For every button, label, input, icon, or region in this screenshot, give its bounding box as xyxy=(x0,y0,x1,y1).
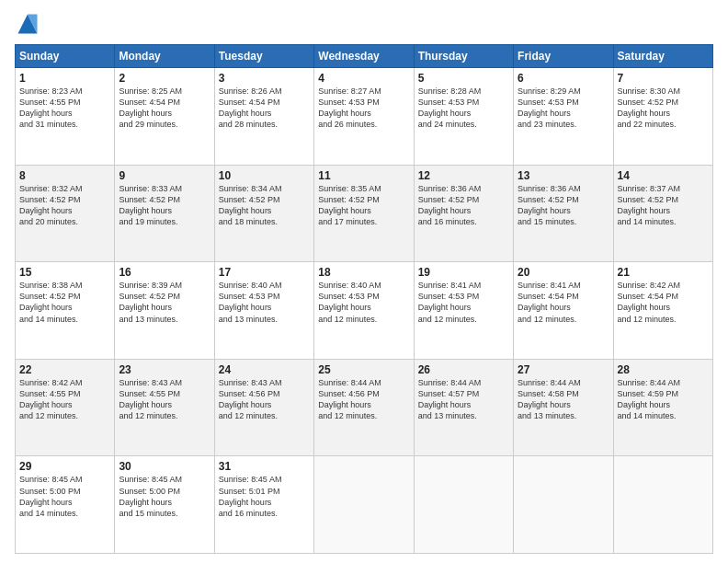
week-row-1: 1Sunrise: 8:23 AMSunset: 4:55 PMDaylight… xyxy=(16,68,713,166)
day-cell: 3Sunrise: 8:26 AMSunset: 4:54 PMDaylight… xyxy=(214,68,313,166)
day-number: 19 xyxy=(418,266,509,279)
day-info: Sunrise: 8:45 AMSunset: 5:01 PMDaylight … xyxy=(219,475,282,517)
header xyxy=(15,11,713,37)
day-info: Sunrise: 8:43 AMSunset: 4:56 PMDaylight … xyxy=(219,378,282,420)
day-info: Sunrise: 8:36 AMSunset: 4:52 PMDaylight … xyxy=(518,184,581,226)
day-info: Sunrise: 8:28 AMSunset: 4:53 PMDaylight … xyxy=(418,86,482,129)
day-number: 13 xyxy=(518,169,609,182)
day-cell: 5Sunrise: 8:28 AMSunset: 4:53 PMDaylight… xyxy=(414,68,513,166)
logo xyxy=(15,11,44,37)
day-info: Sunrise: 8:44 AMSunset: 4:58 PMDaylight … xyxy=(518,378,581,420)
day-cell: 24Sunrise: 8:43 AMSunset: 4:56 PMDayligh… xyxy=(214,359,313,456)
day-number: 8 xyxy=(19,169,110,182)
day-cell: 2Sunrise: 8:25 AMSunset: 4:54 PMDaylight… xyxy=(115,68,214,166)
day-cell: 22Sunrise: 8:42 AMSunset: 4:55 PMDayligh… xyxy=(16,359,115,456)
day-number: 11 xyxy=(318,169,409,182)
day-info: Sunrise: 8:41 AMSunset: 4:54 PMDaylight … xyxy=(518,281,581,323)
day-info: Sunrise: 8:37 AMSunset: 4:52 PMDaylight … xyxy=(618,184,681,226)
day-info: Sunrise: 8:40 AMSunset: 4:53 PMDaylight … xyxy=(219,281,282,323)
day-info: Sunrise: 8:23 AMSunset: 4:55 PMDaylight … xyxy=(19,86,83,129)
day-number: 15 xyxy=(19,266,110,279)
day-number: 9 xyxy=(119,169,210,182)
day-number: 29 xyxy=(19,460,110,473)
day-cell: 9Sunrise: 8:33 AMSunset: 4:52 PMDaylight… xyxy=(115,165,214,262)
day-info: Sunrise: 8:26 AMSunset: 4:54 PMDaylight … xyxy=(219,86,282,129)
day-cell: 20Sunrise: 8:41 AMSunset: 4:54 PMDayligh… xyxy=(514,262,613,360)
day-cell: 6Sunrise: 8:29 AMSunset: 4:53 PMDaylight… xyxy=(514,68,613,166)
day-cell: 23Sunrise: 8:43 AMSunset: 4:55 PMDayligh… xyxy=(115,359,214,456)
day-cell: 16Sunrise: 8:39 AMSunset: 4:52 PMDayligh… xyxy=(115,262,214,360)
col-header-tuesday: Tuesday xyxy=(214,45,313,68)
day-info: Sunrise: 8:38 AMSunset: 4:52 PMDaylight … xyxy=(19,281,83,323)
day-cell: 15Sunrise: 8:38 AMSunset: 4:52 PMDayligh… xyxy=(16,262,115,360)
day-number: 6 xyxy=(518,72,609,85)
day-cell xyxy=(314,456,414,554)
day-cell: 14Sunrise: 8:37 AMSunset: 4:52 PMDayligh… xyxy=(613,165,712,262)
day-cell: 21Sunrise: 8:42 AMSunset: 4:54 PMDayligh… xyxy=(613,262,712,360)
week-row-5: 29Sunrise: 8:45 AMSunset: 5:00 PMDayligh… xyxy=(16,456,713,554)
day-number: 14 xyxy=(618,169,709,182)
day-info: Sunrise: 8:44 AMSunset: 4:57 PMDaylight … xyxy=(418,378,482,420)
day-info: Sunrise: 8:25 AMSunset: 4:54 PMDaylight … xyxy=(119,86,182,129)
day-cell: 8Sunrise: 8:32 AMSunset: 4:52 PMDaylight… xyxy=(16,165,115,262)
logo-icon xyxy=(15,11,40,37)
day-number: 25 xyxy=(318,363,409,376)
col-header-friday: Friday xyxy=(514,45,613,68)
day-info: Sunrise: 8:36 AMSunset: 4:52 PMDaylight … xyxy=(418,184,482,226)
day-cell: 18Sunrise: 8:40 AMSunset: 4:53 PMDayligh… xyxy=(314,262,414,360)
day-number: 24 xyxy=(219,363,310,376)
day-info: Sunrise: 8:44 AMSunset: 4:59 PMDaylight … xyxy=(618,378,681,420)
page: SundayMondayTuesdayWednesdayThursdayFrid… xyxy=(0,0,728,563)
day-cell xyxy=(514,456,613,554)
day-number: 7 xyxy=(618,72,709,85)
day-cell: 31Sunrise: 8:45 AMSunset: 5:01 PMDayligh… xyxy=(214,456,313,554)
day-info: Sunrise: 8:35 AMSunset: 4:52 PMDaylight … xyxy=(318,184,381,226)
day-number: 31 xyxy=(219,460,310,473)
day-cell: 29Sunrise: 8:45 AMSunset: 5:00 PMDayligh… xyxy=(16,456,115,554)
day-number: 5 xyxy=(418,72,509,85)
day-info: Sunrise: 8:45 AMSunset: 5:00 PMDaylight … xyxy=(19,475,83,517)
day-number: 4 xyxy=(318,72,409,85)
day-info: Sunrise: 8:42 AMSunset: 4:54 PMDaylight … xyxy=(618,281,681,323)
day-number: 23 xyxy=(119,363,210,376)
day-cell xyxy=(414,456,513,554)
day-number: 30 xyxy=(119,460,210,473)
day-info: Sunrise: 8:43 AMSunset: 4:55 PMDaylight … xyxy=(119,378,182,420)
day-info: Sunrise: 8:45 AMSunset: 5:00 PMDaylight … xyxy=(119,475,182,517)
day-cell: 7Sunrise: 8:30 AMSunset: 4:52 PMDaylight… xyxy=(613,68,712,166)
day-number: 1 xyxy=(19,72,110,85)
day-number: 2 xyxy=(119,72,210,85)
day-number: 27 xyxy=(518,363,609,376)
day-info: Sunrise: 8:34 AMSunset: 4:52 PMDaylight … xyxy=(219,184,282,226)
day-cell: 11Sunrise: 8:35 AMSunset: 4:52 PMDayligh… xyxy=(314,165,414,262)
day-number: 10 xyxy=(219,169,310,182)
day-info: Sunrise: 8:41 AMSunset: 4:53 PMDaylight … xyxy=(418,281,482,323)
col-header-saturday: Saturday xyxy=(613,45,712,68)
day-cell xyxy=(613,456,712,554)
day-cell: 26Sunrise: 8:44 AMSunset: 4:57 PMDayligh… xyxy=(414,359,513,456)
day-cell: 4Sunrise: 8:27 AMSunset: 4:53 PMDaylight… xyxy=(314,68,414,166)
day-number: 12 xyxy=(418,169,509,182)
col-header-thursday: Thursday xyxy=(414,45,513,68)
calendar-header-row: SundayMondayTuesdayWednesdayThursdayFrid… xyxy=(16,45,713,68)
col-header-sunday: Sunday xyxy=(16,45,115,68)
col-header-wednesday: Wednesday xyxy=(314,45,414,68)
day-number: 21 xyxy=(618,266,709,279)
week-row-2: 8Sunrise: 8:32 AMSunset: 4:52 PMDaylight… xyxy=(16,165,713,262)
day-number: 22 xyxy=(19,363,110,376)
day-number: 17 xyxy=(219,266,310,279)
day-number: 26 xyxy=(418,363,509,376)
day-info: Sunrise: 8:30 AMSunset: 4:52 PMDaylight … xyxy=(618,86,681,129)
calendar-table: SundayMondayTuesdayWednesdayThursdayFrid… xyxy=(15,44,713,554)
day-info: Sunrise: 8:42 AMSunset: 4:55 PMDaylight … xyxy=(19,378,83,420)
day-info: Sunrise: 8:27 AMSunset: 4:53 PMDaylight … xyxy=(318,86,381,129)
day-number: 18 xyxy=(318,266,409,279)
week-row-3: 15Sunrise: 8:38 AMSunset: 4:52 PMDayligh… xyxy=(16,262,713,360)
day-info: Sunrise: 8:33 AMSunset: 4:52 PMDaylight … xyxy=(119,184,182,226)
day-cell: 10Sunrise: 8:34 AMSunset: 4:52 PMDayligh… xyxy=(214,165,313,262)
day-number: 3 xyxy=(219,72,310,85)
day-number: 28 xyxy=(618,363,709,376)
day-cell: 1Sunrise: 8:23 AMSunset: 4:55 PMDaylight… xyxy=(16,68,115,166)
week-row-4: 22Sunrise: 8:42 AMSunset: 4:55 PMDayligh… xyxy=(16,359,713,456)
day-cell: 13Sunrise: 8:36 AMSunset: 4:52 PMDayligh… xyxy=(514,165,613,262)
